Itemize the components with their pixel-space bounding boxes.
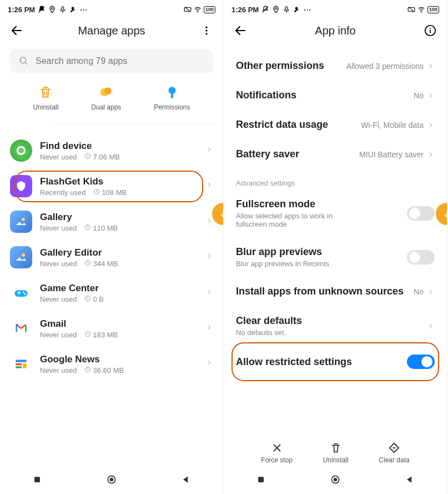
app-size: 7.06 MB <box>84 153 119 161</box>
svg-point-10 <box>168 87 175 94</box>
status-time: 1:26 PM <box>231 6 259 14</box>
app-usage: Never used <box>40 153 77 161</box>
mute-icon <box>38 6 46 13</box>
nav-recent-button[interactable] <box>32 474 43 487</box>
setting-label: Allow restricted settings <box>236 356 352 368</box>
svg-point-7 <box>20 57 26 63</box>
app-row-gallery[interactable]: GalleryNever used 110 MB <box>0 204 223 239</box>
nav-back-button[interactable] <box>180 474 192 487</box>
toggle[interactable] <box>407 355 435 369</box>
setting-label: Blur app previews <box>236 246 329 258</box>
svg-rect-22 <box>16 360 27 362</box>
svg-point-38 <box>334 478 338 482</box>
nav-home-button[interactable] <box>330 474 341 487</box>
svg-point-16 <box>22 253 25 257</box>
search-bar[interactable] <box>10 49 213 73</box>
permissions-icon <box>164 84 180 100</box>
app-row-game-center[interactable]: Game CenterNever used 0 B <box>0 275 223 311</box>
svg-rect-11 <box>171 93 173 98</box>
keyboard-off-icon <box>184 6 192 13</box>
wrench-icon <box>293 6 301 13</box>
setting-other-permissions[interactable]: Other permissionsAllowed 3 permissions <box>224 51 447 81</box>
svg-point-30 <box>275 8 277 10</box>
setting-value: No <box>414 91 435 100</box>
more-menu-button[interactable] <box>200 24 213 37</box>
status-time: 1:26 PM <box>8 6 35 14</box>
search-input[interactable] <box>36 56 204 66</box>
app-row-google-news[interactable]: Google NewsNever used 36.60 MB <box>0 346 223 382</box>
app-row-flashget-kids[interactable]: FlashGet KidsRecently used 108 MB <box>0 168 223 204</box>
setting-fullscreen-mode[interactable]: Fullscreen modeAllow selected apps to wo… <box>224 189 447 237</box>
svg-point-29 <box>110 478 114 482</box>
app-text: Gallery EditorNever used 344 MB <box>40 247 198 268</box>
nav-back-button[interactable] <box>404 474 415 487</box>
setting-text: Allow restricted settings <box>236 356 352 368</box>
tool-dual-apps[interactable]: Dual apps <box>91 84 121 111</box>
nav-home-button[interactable] <box>106 474 117 487</box>
app-row-gmail[interactable]: GmailNever used 183 MB <box>0 311 223 346</box>
app-row-find-device[interactable]: Find deviceNever used 7.06 MB <box>0 133 223 168</box>
app-list[interactable]: Find deviceNever used 7.06 MBFlashGet Ki… <box>0 124 223 470</box>
nav-recent-button[interactable] <box>255 474 266 487</box>
app-usage: Never used <box>40 224 77 232</box>
app-name: Find device <box>40 141 198 152</box>
floating-scroll-button[interactable] <box>209 203 223 225</box>
setting-value <box>427 322 435 330</box>
setting-allow-restricted-settings[interactable]: Allow restricted settings <box>224 346 447 378</box>
setting-clear-defaults[interactable]: Clear defaultsNo defaults set. <box>224 306 447 346</box>
header: App info <box>224 16 447 46</box>
svg-point-35 <box>430 28 431 29</box>
svg-rect-23 <box>16 363 22 365</box>
app-name: Game Center <box>40 283 198 294</box>
chevron-right-icon <box>205 359 213 369</box>
floating-scroll-button[interactable] <box>432 203 447 225</box>
action-label: Clear data <box>379 456 409 464</box>
svg-point-3 <box>197 12 198 13</box>
screen-app-info: 1:26 PM ··· 100 App info Other permissio… <box>224 0 447 494</box>
screen-manage-apps: 1:26 PM ··· 100 Manage apps <box>0 0 224 494</box>
status-bar: 1:26 PM ··· 100 <box>224 0 447 16</box>
app-usage: Never used <box>40 331 77 339</box>
svg-point-6 <box>205 33 207 34</box>
settings-list[interactable]: Other permissionsAllowed 3 permissionsNo… <box>224 46 447 436</box>
app-icon <box>10 175 32 197</box>
setting-notifications[interactable]: NotificationsNo <box>224 81 447 110</box>
keyboard-off-icon <box>407 6 415 13</box>
back-button[interactable] <box>234 24 247 37</box>
svg-point-0 <box>51 8 53 10</box>
action-clear-data[interactable]: Clear data <box>379 442 409 464</box>
more-dots-icon: ··· <box>304 6 311 14</box>
setting-value: MIUI Battery saver <box>359 150 435 159</box>
toggle[interactable] <box>407 206 435 221</box>
setting-install-apps-from-unknown-sources[interactable]: Install apps from unknown sourcesNo <box>224 277 447 306</box>
svg-point-19 <box>24 293 26 295</box>
app-usage: Never used <box>40 295 77 303</box>
nav-bar <box>0 470 223 494</box>
setting-value: Wi-Fi, Mobile data <box>361 121 435 129</box>
section-label: Advanced settings <box>224 169 447 189</box>
wifi-icon <box>417 6 425 13</box>
setting-text: Other permissions <box>236 60 324 72</box>
back-button[interactable] <box>10 24 23 37</box>
app-size: 183 MB <box>84 331 118 339</box>
action-uninstall[interactable]: Uninstall <box>323 442 349 464</box>
app-icon <box>10 282 32 304</box>
tool-label: Dual apps <box>91 103 121 111</box>
tool-uninstall[interactable]: Uninstall <box>33 84 58 111</box>
setting-battery-saver[interactable]: Battery saverMIUI Battery saver <box>224 139 447 169</box>
tool-permissions[interactable]: Permissions <box>154 84 190 111</box>
info-button[interactable] <box>424 24 437 37</box>
setting-blur-app-previews[interactable]: Blur app previewsBlur app previews in Re… <box>224 237 447 277</box>
svg-point-4 <box>205 27 207 28</box>
action-force-stop[interactable]: Force stop <box>261 442 293 464</box>
app-row-gallery-editor[interactable]: Gallery EditorNever used 344 MB <box>0 239 223 275</box>
setting-text: Restrict data usage <box>236 119 328 131</box>
toggle[interactable] <box>407 250 435 265</box>
setting-restrict-data-usage[interactable]: Restrict data usageWi-Fi, Mobile data <box>224 110 447 139</box>
app-name: Gallery <box>40 212 198 223</box>
svg-rect-36 <box>258 477 264 482</box>
app-icon <box>10 139 32 162</box>
svg-rect-25 <box>23 363 27 368</box>
app-icon <box>10 211 32 233</box>
chevron-right-icon <box>205 252 213 262</box>
